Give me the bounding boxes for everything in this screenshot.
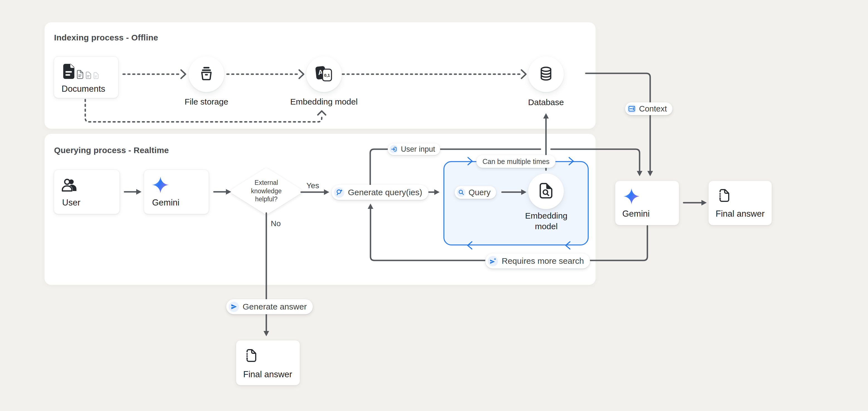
decision-text: External knowledge helpful? — [239, 179, 294, 204]
user-label: User — [62, 198, 80, 208]
final-answer-document-icon — [717, 189, 731, 203]
search-spark-icon — [334, 187, 344, 198]
no-label: No — [271, 219, 281, 228]
gemini-output-card: Gemini — [615, 181, 679, 225]
generate-answer-pill: Generate answer — [226, 299, 313, 314]
database-label: Database — [518, 97, 574, 107]
file-storage-node — [189, 56, 224, 92]
final-answer-card-right: Final answer — [708, 181, 772, 225]
arrowhead-final-right — [702, 200, 707, 206]
gemini-sparkle-icon — [152, 176, 169, 195]
arrowhead-gemini-context — [647, 171, 653, 176]
embedding-model-label: Embedding model — [285, 97, 363, 107]
search-document-icon — [539, 183, 552, 200]
document-icon — [94, 72, 99, 80]
gemini-label: Gemini — [152, 198, 179, 208]
final-answer-output-label: Final answer — [716, 209, 765, 219]
yes-label: Yes — [306, 181, 319, 190]
context-pill: Context — [625, 102, 673, 115]
file-storage-label: File storage — [173, 97, 240, 107]
svg-text:0,1: 0,1 — [324, 73, 330, 78]
database-node — [528, 56, 564, 92]
requires-more-search-pill: Requires more search — [485, 254, 590, 268]
final-answer-document-icon — [244, 349, 258, 363]
arrowhead-gemini-userinput — [637, 171, 642, 176]
query-pill: Query — [455, 186, 496, 199]
document-icon — [86, 72, 91, 80]
document-icon — [63, 64, 74, 80]
arrowhead-database — [522, 70, 526, 78]
arrowhead-decision — [226, 189, 231, 195]
login-icon — [390, 145, 398, 153]
final-answer-label: Final answer — [243, 370, 292, 380]
generate-queries-pill: Generate query(ies) — [332, 185, 428, 200]
final-answer-card-bottom: Final answer — [236, 340, 300, 385]
arrowhead-storage — [181, 70, 186, 78]
rag-architecture-diagram: Indexing process - Offline Querying proc… — [0, 0, 868, 411]
embedding-search-label: Embedding model — [524, 210, 569, 232]
gemini-card: Gemini — [144, 170, 209, 214]
documents-card: Documents — [54, 56, 118, 98]
arrowhead-genquery — [324, 189, 329, 195]
arrowhead-final-bottom — [264, 331, 269, 336]
gemini-output-label: Gemini — [622, 209, 650, 219]
loop-box — [444, 157, 588, 249]
gemini-sparkle-icon — [623, 188, 640, 206]
loop-note-pill: Can be multiple times — [476, 155, 555, 168]
embedding-search-node — [528, 173, 564, 209]
arrowhead-genquery-loop — [368, 204, 373, 209]
user-input-pill: User input — [388, 143, 440, 155]
arrowhead-embedding-return — [318, 111, 326, 115]
send-spark-icon — [488, 256, 498, 266]
user-card: User — [54, 170, 120, 214]
translate-icon: A0,1 — [315, 65, 333, 83]
context-card-icon — [627, 105, 636, 113]
search-icon — [457, 188, 465, 197]
documents-label: Documents — [62, 84, 105, 94]
send-icon — [229, 302, 239, 312]
database-icon — [539, 66, 553, 82]
arrowhead-gemini-left — [136, 189, 142, 195]
users-icon — [62, 178, 78, 193]
arrowhead-database-up — [543, 113, 549, 118]
arrowhead-query — [434, 189, 440, 195]
arrowhead-embedding — [299, 70, 304, 78]
document-icon — [77, 70, 83, 80]
wire-context — [586, 74, 650, 171]
bucket-icon — [200, 67, 213, 82]
embedding-model-node: A0,1 — [306, 56, 342, 92]
